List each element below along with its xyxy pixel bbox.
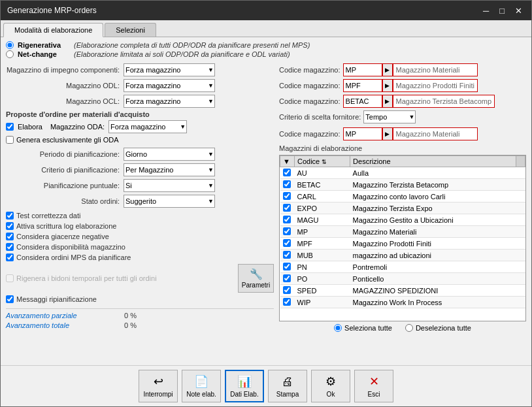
warehouse-title: Magazzini di elaborazione [279, 144, 526, 152]
row-spacer [516, 273, 525, 285]
considera-giacenze-label: Considera giacenze negative [16, 233, 109, 240]
close-button[interactable]: ✕ [512, 6, 525, 16]
radio-netchange[interactable] [6, 50, 14, 58]
row-checkbox[interactable] [283, 169, 291, 176]
radio-rigenerativa[interactable] [6, 41, 14, 49]
row-checkbox[interactable] [283, 298, 291, 306]
criterio-fornitore-select[interactable]: Tempo [363, 110, 416, 123]
row-checkbox-cell [280, 250, 295, 261]
radio-rigenerativa-desc: (Elaborazione completa di tutti ODP/ODR … [74, 41, 310, 49]
codice-oda-label: Codice magazzino: [279, 130, 341, 138]
warehouse-table: ▼ Codice ⇅ Descrizione [280, 155, 525, 308]
interrompi-button[interactable]: ↩ Interrompi [139, 370, 178, 402]
codice-desc-0: Magazzino Materiali [393, 63, 478, 76]
codice-group-2: ▶ Magazzino Terzista Betacomp [343, 95, 495, 108]
considera-giacenze-checkbox[interactable] [6, 233, 14, 240]
wh-table-container[interactable]: ▼ Codice ⇅ Descrizione [279, 155, 526, 321]
table-row: MPF Magazzino Prodotti Finiti [280, 238, 525, 250]
considera-ordini-label: Considera ordini MPS da pianificare [16, 253, 131, 261]
interrompi-label: Interrompi [143, 391, 173, 398]
row-checkbox[interactable] [283, 204, 291, 212]
codice-input-0[interactable] [343, 63, 382, 76]
pianificazione-select[interactable]: Si [124, 179, 215, 192]
table-row: EXPO Magazzino Terzista Expo [280, 203, 525, 214]
row-desc-cell: Magazzino conto lavoro Carli [350, 191, 516, 203]
magazzino-odl-select[interactable]: Forza magazzino [124, 79, 215, 92]
note-elab-label: Note elab. [186, 391, 216, 398]
row-checkbox-cell [280, 226, 295, 238]
codice-oda-desc: Magazzino Materiali [393, 127, 478, 140]
ok-button[interactable]: ⚙ Ok [311, 370, 350, 402]
radio-row-netchange: Net-change (Elaborazione limitata ai sol… [6, 50, 526, 58]
test-correttezza-label: Test correttezza dati [16, 212, 80, 220]
th-codice-sort[interactable]: ⇅ [322, 159, 327, 165]
row-checkbox[interactable] [283, 251, 291, 259]
codice-oda-arrow-btn[interactable]: ▶ [382, 127, 393, 140]
row-checkbox[interactable] [283, 263, 291, 270]
codice-input-1[interactable] [343, 79, 382, 92]
table-row: MUB magazzino ad ubicazioni [280, 250, 525, 261]
considera-ordini-checkbox[interactable] [6, 253, 14, 261]
magazzino-impegno-select[interactable]: Forza magazzino [124, 63, 215, 76]
codice-arrow-btn-1[interactable]: ▶ [382, 79, 393, 92]
test-correttezza-checkbox[interactable] [6, 212, 14, 220]
row-spacer [516, 203, 525, 214]
codice-oda-input[interactable] [343, 127, 382, 140]
dati-elab-icon: 📊 [237, 374, 252, 389]
row-spacer [516, 285, 525, 297]
periodo-select[interactable]: Giorno [124, 148, 215, 161]
row-checkbox[interactable] [283, 239, 291, 247]
deseleziona-tutte-input[interactable] [405, 324, 413, 332]
magazzino-ocl-select[interactable]: Forza magazzino [124, 95, 215, 108]
maximize-button[interactable]: □ [497, 6, 507, 16]
table-row: MAGU Magazzino Gestito a Ubicazioni [280, 214, 525, 226]
minimize-button[interactable]: ─ [480, 6, 491, 16]
parametri-button[interactable]: 🔧 Parametri [238, 264, 274, 293]
elabora-checkbox[interactable] [6, 123, 14, 131]
magazzino-ocl-label: Magazzino OCL: [6, 97, 124, 105]
table-row: PN Pontremoli [280, 261, 525, 273]
attiva-scrittura-checkbox[interactable] [6, 222, 14, 230]
row-desc-cell: Magazzino Gestito a Ubicazioni [350, 214, 516, 226]
window-controls[interactable]: ─ □ ✕ [480, 6, 525, 16]
row-checkbox[interactable] [283, 274, 291, 282]
row-checkbox[interactable] [283, 216, 291, 223]
magazzino-oda-select[interactable]: Forza magazzino [108, 120, 187, 133]
dati-elab-button[interactable]: 📊 Dati Elab. [225, 370, 264, 402]
rigenera-bidoni-checkbox[interactable] [6, 274, 14, 282]
considera-giacenze-item: Considera giacenze negative [6, 233, 274, 240]
seleziona-tutte-input[interactable] [334, 324, 342, 332]
codice-arrow-btn-2[interactable]: ▶ [382, 95, 393, 108]
row-checkbox[interactable] [283, 227, 291, 235]
table-row: WIP Magazzino Work In Process [280, 297, 525, 308]
row-checkbox[interactable] [283, 180, 291, 188]
row-checkbox[interactable] [283, 286, 291, 294]
criterio-select[interactable]: Per Magazzino [124, 163, 215, 176]
esci-button[interactable]: ✕ Esci [354, 370, 393, 402]
considera-disponibilita-checkbox[interactable] [6, 243, 14, 251]
radio-row-rigenerativa: Rigenerativa (Elaborazione completa di t… [6, 41, 526, 49]
avanzamento-parziale-label: Avanzamento parziale [6, 312, 110, 319]
parametri-label: Parametri [242, 282, 270, 289]
table-row: PO Ponticello [280, 273, 525, 285]
main-content: Rigenerativa (Elaborazione completa di t… [1, 37, 531, 364]
genera-oda-checkbox[interactable] [6, 136, 14, 144]
warehouse-table-body: AU Aulla BETAC Magazzino Terzista Betaco… [280, 167, 525, 308]
tab-modalita[interactable]: Modalità di elaborazione [3, 23, 103, 37]
table-row: AU Aulla [280, 167, 525, 179]
row-checkbox[interactable] [283, 192, 291, 200]
row-checkbox-cell [280, 191, 295, 203]
seleziona-tutte-radio: Seleziona tutte [334, 324, 392, 332]
th-checkbox: ▼ [280, 156, 295, 167]
stato-select[interactable]: Suggerito [124, 195, 215, 208]
note-elab-button[interactable]: 📄 Note elab. [182, 370, 221, 402]
tab-selezioni[interactable]: Selezioni [105, 23, 156, 37]
stampa-button[interactable]: 🖨 Stampa [268, 370, 307, 402]
row-spacer [516, 179, 525, 191]
magazzino-odl-wrapper: Forza magazzino ▼ [124, 79, 215, 92]
codice-arrow-btn-0[interactable]: ▶ [382, 63, 393, 76]
row-checkbox-cell [280, 167, 295, 179]
codice-input-2[interactable] [343, 95, 382, 108]
stato-row: Stato ordini: Suggerito ▼ [6, 195, 274, 208]
messaggi-checkbox[interactable] [6, 295, 14, 303]
